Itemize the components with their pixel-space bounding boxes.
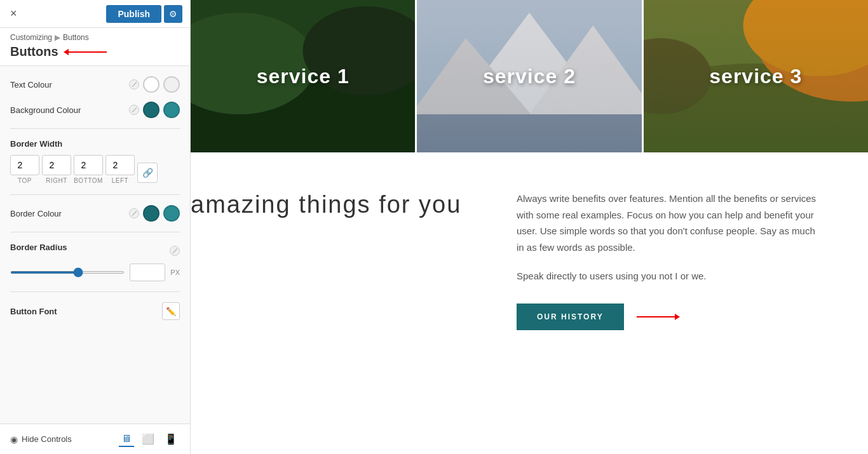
text-colour-row: Text Colour [10, 76, 180, 93]
content-section: amazing things for you Always write bene… [191, 152, 868, 356]
publish-button[interactable]: Publish [106, 5, 161, 23]
body-text-1: Always write benefits over features. Men… [517, 190, 817, 255]
services-grid: service 1 service 2 service 3 [191, 0, 868, 152]
border-bottom-input[interactable] [74, 155, 103, 175]
button-font-label: Button Font [10, 307, 57, 316]
breadcrumb-separator: ▶ [55, 33, 60, 42]
button-font-edit-button[interactable]: ✏️ [162, 302, 180, 320]
border-colour-row: Border Colour [10, 205, 180, 222]
border-bottom-group: BOTTOM [74, 155, 103, 184]
arrow-head-icon [64, 49, 69, 55]
border-colour-label: Border Colour [10, 209, 62, 218]
top-bar: × Publish ⚙ [0, 0, 190, 28]
hide-controls-label: Hide Controls [22, 434, 72, 444]
border-right-group: RIGHT [42, 155, 71, 184]
service-card-1: service 1 [191, 0, 417, 152]
tablet-device-button[interactable]: ⬜ [139, 432, 157, 447]
border-width-section: Border Width TOP RIGHT BOTTOM LEFT [10, 139, 180, 184]
back-arrow-indicator [64, 49, 107, 55]
border-bottom-label: BOTTOM [74, 177, 103, 184]
border-left-label: LEFT [112, 177, 128, 184]
panel-content: Text Colour Background Colour Border Wid… [0, 66, 190, 424]
breadcrumb-buttons[interactable]: Buttons [63, 33, 89, 42]
border-radius-label: Border Radius [10, 243, 67, 252]
close-button[interactable]: × [8, 4, 20, 23]
service-overlay-2: service 2 [417, 0, 641, 152]
cta-arrow-indicator [637, 314, 680, 320]
hide-controls-button[interactable]: ◉ Hide Controls [10, 434, 72, 444]
text-colour-reset[interactable] [129, 79, 139, 90]
service-card-3: service 3 [644, 0, 868, 152]
left-panel: × Publish ⚙ Customizing ▶ Buttons Button… [0, 0, 191, 454]
background-colour-reset[interactable] [129, 105, 139, 115]
text-colour-swatch-2[interactable] [163, 76, 180, 93]
border-radius-slider-row: PX [10, 264, 180, 281]
cta-button[interactable]: OUR HISTORY [517, 304, 624, 330]
device-icons: 🖥 ⬜ 📱 [119, 432, 180, 447]
cta-row: OUR HISTORY [517, 304, 817, 330]
divider-3 [10, 232, 180, 232]
breadcrumb: Customizing ▶ Buttons [10, 33, 180, 42]
breadcrumb-area: Customizing ▶ Buttons Buttons [0, 28, 190, 66]
page-title: Buttons [10, 44, 58, 59]
border-top-input[interactable] [10, 155, 39, 175]
background-colour-row: Background Colour [10, 102, 180, 118]
button-font-row: Button Font ✏️ [10, 302, 180, 320]
service-label-1: service 1 [257, 65, 349, 88]
content-left: amazing things for you [191, 190, 491, 330]
border-inputs: TOP RIGHT BOTTOM LEFT 🔗 [10, 155, 180, 184]
service-card-2: service 2 [417, 0, 643, 152]
service-label-2: service 2 [483, 65, 576, 88]
background-colour-swatch-2[interactable] [163, 102, 180, 118]
border-colour-reset[interactable] [129, 208, 139, 218]
preview-area: service 1 service 2 service 3 amazing th… [191, 0, 868, 454]
body-text-2: Speak directly to users using you not I … [517, 268, 817, 284]
text-colour-swatch-1[interactable] [143, 76, 159, 93]
border-radius-section: Border Radius PX [10, 243, 180, 281]
border-colour-swatches [129, 205, 180, 222]
border-right-input[interactable] [42, 155, 71, 175]
border-left-input[interactable] [105, 155, 135, 175]
border-right-label: RIGHT [46, 177, 67, 184]
background-colour-label: Background Colour [10, 105, 81, 115]
service-label-3: service 3 [709, 65, 802, 88]
background-colour-swatches [129, 102, 180, 118]
cta-arrow-head-icon [675, 314, 680, 320]
service-overlay-1: service 1 [191, 0, 415, 152]
border-width-label: Border Width [10, 139, 180, 149]
border-colour-swatch-2[interactable] [163, 205, 180, 222]
border-top-label: TOP [18, 177, 32, 184]
arrow-line [69, 51, 107, 53]
px-unit-label: PX [170, 269, 180, 276]
border-radius-reset[interactable] [170, 246, 180, 256]
text-colour-swatches [129, 76, 180, 93]
border-colour-swatch-1[interactable] [143, 205, 159, 222]
mobile-device-button[interactable]: 📱 [162, 432, 180, 447]
divider-4 [10, 291, 180, 292]
desktop-device-button[interactable]: 🖥 [119, 432, 134, 447]
service-overlay-3: service 3 [644, 0, 868, 152]
eye-icon: ◉ [10, 434, 18, 444]
divider-2 [10, 194, 180, 195]
border-left-group: LEFT [105, 155, 135, 184]
cta-arrow-line [637, 316, 675, 317]
gear-button[interactable]: ⚙ [164, 5, 182, 23]
link-icon-button[interactable]: 🔗 [137, 163, 158, 183]
border-top-group: TOP [10, 155, 39, 184]
big-heading: amazing things for you [191, 190, 491, 220]
bottom-bar: ◉ Hide Controls 🖥 ⬜ 📱 [0, 424, 190, 454]
border-radius-input[interactable] [130, 264, 165, 281]
text-colour-label: Text Colour [10, 80, 52, 90]
divider-1 [10, 128, 180, 129]
background-colour-swatch-1[interactable] [143, 102, 159, 118]
border-radius-slider[interactable] [10, 271, 125, 274]
breadcrumb-customizing[interactable]: Customizing [10, 33, 52, 42]
content-right: Always write benefits over features. Men… [517, 190, 830, 330]
